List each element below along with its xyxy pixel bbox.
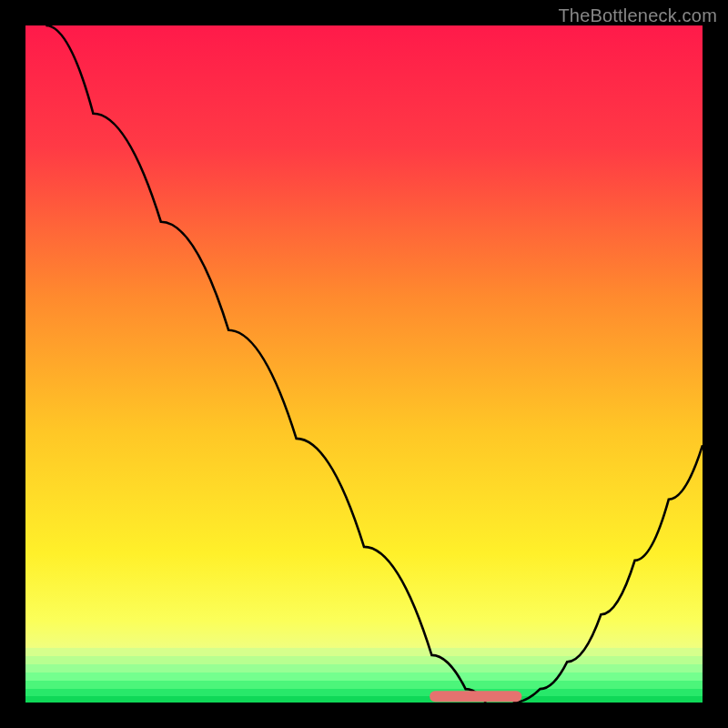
chart-plot-area [25,25,703,703]
right-curve [513,445,703,703]
watermark-text: TheBottleneck.com [558,5,717,26]
left-curve [46,25,486,703]
curve-overlay [25,25,703,703]
